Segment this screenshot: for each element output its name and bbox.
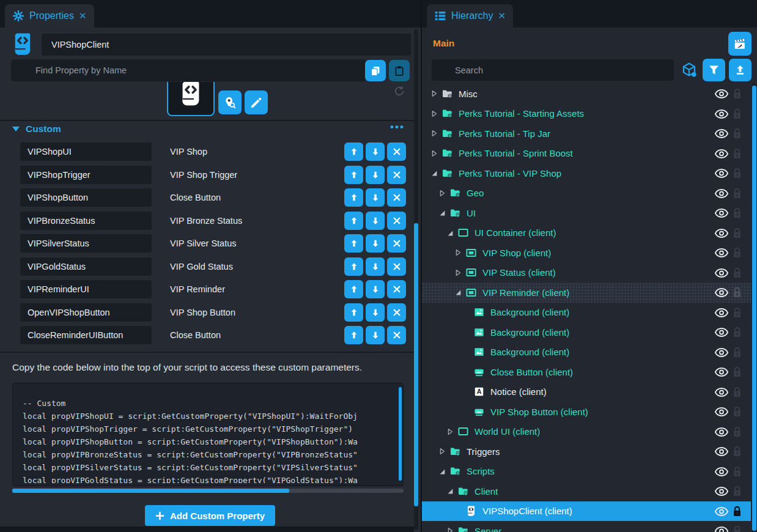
tree-item-world-ui-client[interactable]: World UI (client) xyxy=(422,422,751,442)
tab-properties[interactable]: Properties ✕ xyxy=(5,4,94,28)
move-up-button[interactable] xyxy=(344,303,363,322)
paste-properties-button[interactable] xyxy=(389,60,410,81)
tree-item-server[interactable]: Server xyxy=(422,521,751,532)
property-name-field[interactable]: VIPReminderUI xyxy=(20,280,152,298)
lock-icon[interactable] xyxy=(733,486,742,497)
property-name-field[interactable]: VIPGoldStatus xyxy=(20,257,152,276)
lock-icon[interactable] xyxy=(733,466,742,477)
property-name-field[interactable]: VIPShopUI xyxy=(20,142,152,161)
property-value-slot[interactable]: VIP Shop Button xyxy=(170,308,342,317)
tree-item-vip-shop-client[interactable]: VIP Shop (client) xyxy=(422,243,751,263)
property-value-slot[interactable]: VIP Shop xyxy=(170,147,342,157)
hierarchy-search-input[interactable] xyxy=(432,59,674,81)
lock-icon[interactable] xyxy=(733,267,742,278)
tree-item-ui[interactable]: UI xyxy=(422,203,751,223)
expander-icon[interactable] xyxy=(430,109,438,118)
move-up-button[interactable] xyxy=(344,234,363,253)
delete-property-button[interactable] xyxy=(387,166,406,184)
lock-icon[interactable] xyxy=(733,128,742,139)
more-options-icon[interactable]: ••• xyxy=(390,121,405,133)
visibility-eye-icon[interactable] xyxy=(714,268,729,278)
lock-icon[interactable] xyxy=(733,287,742,298)
property-name-field[interactable]: VIPBronzeStatus xyxy=(20,212,152,230)
copy-properties-button[interactable] xyxy=(365,60,386,81)
properties-scrollbar-thumb[interactable] xyxy=(414,223,418,506)
tree-item-geo[interactable]: Geo xyxy=(422,183,751,204)
expander-icon[interactable] xyxy=(454,248,462,257)
network-cube-icon[interactable] xyxy=(681,62,698,78)
expander-icon[interactable] xyxy=(430,89,438,98)
move-down-button[interactable] xyxy=(366,257,385,276)
expander-icon[interactable] xyxy=(446,526,454,532)
expander-icon[interactable] xyxy=(438,189,446,198)
close-icon[interactable]: ✕ xyxy=(498,10,506,21)
code-horizontal-scrollbar-thumb[interactable] xyxy=(12,489,289,493)
expander-icon[interactable] xyxy=(446,427,454,436)
lock-icon[interactable] xyxy=(733,188,742,199)
delete-property-button[interactable] xyxy=(387,280,406,298)
move-down-button[interactable] xyxy=(366,188,385,207)
visibility-eye-icon[interactable] xyxy=(714,486,729,497)
property-name-field[interactable]: VIPShopTrigger xyxy=(20,166,152,184)
move-up-button[interactable] xyxy=(344,326,363,344)
tree-item-background-client[interactable]: Background (client) xyxy=(422,322,751,342)
expander-icon[interactable] xyxy=(454,268,462,277)
object-name-field[interactable] xyxy=(42,34,411,56)
custom-section-header[interactable]: Custom xyxy=(12,124,61,135)
move-up-button[interactable] xyxy=(344,188,363,207)
tree-item-client[interactable]: Client xyxy=(422,481,751,501)
visibility-eye-icon[interactable] xyxy=(714,149,729,159)
property-search-input[interactable] xyxy=(11,59,366,81)
move-down-button[interactable] xyxy=(366,280,385,298)
property-name-field[interactable]: VIPSilverStatus xyxy=(20,234,152,253)
property-name-field[interactable]: CloseReminderUIButton xyxy=(20,326,152,344)
move-down-button[interactable] xyxy=(366,326,385,344)
lock-icon[interactable] xyxy=(733,88,742,99)
property-value-slot[interactable]: VIP Gold Status xyxy=(170,262,342,272)
expander-icon[interactable] xyxy=(446,229,454,237)
lock-icon[interactable] xyxy=(733,307,742,318)
visibility-eye-icon[interactable] xyxy=(714,407,729,417)
tree-item-perks-tutorial-tip-jar[interactable]: Perks Tutorial - Tip Jar xyxy=(422,124,751,144)
tree-item-ui-container-client[interactable]: UI Container (client) xyxy=(422,223,751,243)
delete-property-button[interactable] xyxy=(387,188,406,207)
tree-item-triggers[interactable]: Triggers xyxy=(422,441,751,462)
delete-property-button[interactable] xyxy=(387,303,406,322)
tree-item-misc[interactable]: Misc xyxy=(422,84,751,104)
edit-script-button[interactable] xyxy=(245,91,268,114)
expander-icon[interactable] xyxy=(438,467,446,476)
visibility-eye-icon[interactable] xyxy=(714,526,729,532)
move-down-button[interactable] xyxy=(366,142,385,161)
tree-item-vipshopclient-client[interactable]: VIPShopClient (client) xyxy=(422,501,751,522)
delete-property-button[interactable] xyxy=(387,142,406,161)
code-snippet-block[interactable]: -- Custom local propVIPShopUI = script:G… xyxy=(12,383,404,486)
lock-icon[interactable] xyxy=(733,168,742,179)
lock-icon[interactable] xyxy=(733,386,742,397)
property-value-slot[interactable]: VIP Shop Trigger xyxy=(170,170,342,180)
property-value-slot[interactable]: VIP Bronze Status xyxy=(170,216,342,226)
move-up-button[interactable] xyxy=(344,212,363,230)
visibility-eye-icon[interactable] xyxy=(714,467,729,477)
property-value-slot[interactable]: Close Button xyxy=(170,330,342,340)
tree-item-scripts[interactable]: Scripts xyxy=(422,462,751,482)
visibility-eye-icon[interactable] xyxy=(714,308,729,318)
tree-item-perks-tutorial-sprint-boost[interactable]: Perks Tutorial - Sprint Boost xyxy=(422,144,751,164)
property-value-slot[interactable]: VIP Reminder xyxy=(170,284,342,294)
lock-icon[interactable] xyxy=(733,207,742,218)
reset-icon[interactable] xyxy=(393,85,405,97)
lock-icon[interactable] xyxy=(733,247,742,258)
visibility-eye-icon[interactable] xyxy=(714,168,729,179)
visibility-eye-icon[interactable] xyxy=(714,446,729,457)
close-icon[interactable]: ✕ xyxy=(79,10,87,21)
lock-icon[interactable] xyxy=(733,426,742,437)
tree-item-vip-status-client[interactable]: VIP Status (client) xyxy=(422,263,751,283)
expander-icon[interactable] xyxy=(438,209,446,217)
visibility-eye-icon[interactable] xyxy=(714,248,729,258)
tree-item-notice-client[interactable]: ANotice (client) xyxy=(422,382,751,402)
property-value-slot[interactable]: VIP Silver Status xyxy=(170,238,342,248)
move-up-button[interactable] xyxy=(344,280,363,298)
visibility-eye-icon[interactable] xyxy=(714,228,729,238)
visibility-eye-icon[interactable] xyxy=(714,506,729,517)
visibility-eye-icon[interactable] xyxy=(714,188,729,199)
expander-icon[interactable] xyxy=(430,149,438,158)
